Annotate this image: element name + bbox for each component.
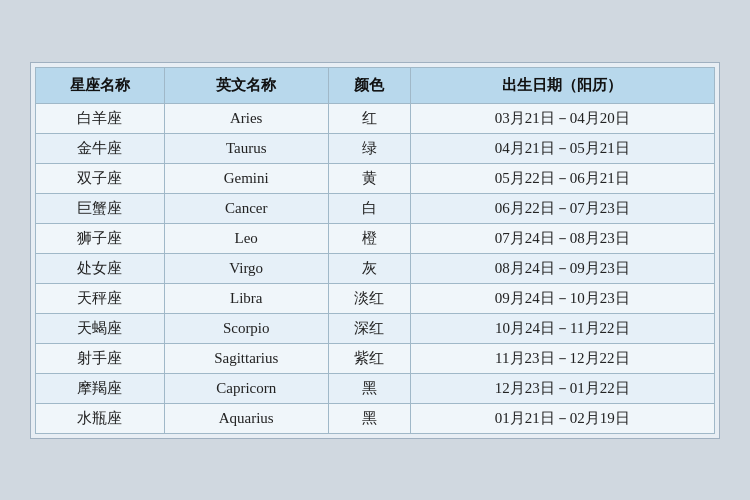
cell-color: 橙: [328, 223, 410, 253]
cell-dates: 08月24日－09月23日: [410, 253, 714, 283]
cell-chinese-name: 天秤座: [36, 283, 165, 313]
cell-dates: 10月24日－11月22日: [410, 313, 714, 343]
col-header-english: 英文名称: [164, 67, 328, 103]
cell-dates: 04月21日－05月21日: [410, 133, 714, 163]
cell-chinese-name: 巨蟹座: [36, 193, 165, 223]
table-row: 处女座Virgo灰08月24日－09月23日: [36, 253, 715, 283]
cell-dates: 01月21日－02月19日: [410, 403, 714, 433]
zodiac-table-container: 星座名称 英文名称 颜色 出生日期（阳历） 白羊座Aries红03月21日－04…: [30, 62, 720, 439]
cell-dates: 05月22日－06月21日: [410, 163, 714, 193]
cell-chinese-name: 水瓶座: [36, 403, 165, 433]
table-row: 金牛座Taurus绿04月21日－05月21日: [36, 133, 715, 163]
cell-dates: 12月23日－01月22日: [410, 373, 714, 403]
cell-dates: 11月23日－12月22日: [410, 343, 714, 373]
cell-chinese-name: 射手座: [36, 343, 165, 373]
col-header-chinese: 星座名称: [36, 67, 165, 103]
cell-color: 灰: [328, 253, 410, 283]
cell-english-name: Gemini: [164, 163, 328, 193]
table-row: 天秤座Libra淡红09月24日－10月23日: [36, 283, 715, 313]
col-header-color: 颜色: [328, 67, 410, 103]
cell-english-name: Virgo: [164, 253, 328, 283]
table-row: 狮子座Leo橙07月24日－08月23日: [36, 223, 715, 253]
col-header-dates: 出生日期（阳历）: [410, 67, 714, 103]
cell-dates: 07月24日－08月23日: [410, 223, 714, 253]
cell-color: 紫红: [328, 343, 410, 373]
cell-chinese-name: 狮子座: [36, 223, 165, 253]
cell-color: 黑: [328, 403, 410, 433]
cell-dates: 06月22日－07月23日: [410, 193, 714, 223]
zodiac-table: 星座名称 英文名称 颜色 出生日期（阳历） 白羊座Aries红03月21日－04…: [35, 67, 715, 434]
cell-color: 白: [328, 193, 410, 223]
cell-color: 红: [328, 103, 410, 133]
cell-color: 绿: [328, 133, 410, 163]
cell-chinese-name: 白羊座: [36, 103, 165, 133]
cell-dates: 09月24日－10月23日: [410, 283, 714, 313]
cell-color: 深红: [328, 313, 410, 343]
cell-english-name: Sagittarius: [164, 343, 328, 373]
table-row: 射手座Sagittarius紫红11月23日－12月22日: [36, 343, 715, 373]
cell-english-name: Taurus: [164, 133, 328, 163]
table-row: 白羊座Aries红03月21日－04月20日: [36, 103, 715, 133]
cell-english-name: Aquarius: [164, 403, 328, 433]
cell-english-name: Aries: [164, 103, 328, 133]
cell-english-name: Scorpio: [164, 313, 328, 343]
table-header-row: 星座名称 英文名称 颜色 出生日期（阳历）: [36, 67, 715, 103]
cell-chinese-name: 天蝎座: [36, 313, 165, 343]
cell-chinese-name: 摩羯座: [36, 373, 165, 403]
cell-english-name: Leo: [164, 223, 328, 253]
cell-english-name: Cancer: [164, 193, 328, 223]
cell-color: 黑: [328, 373, 410, 403]
cell-english-name: Capricorn: [164, 373, 328, 403]
table-row: 天蝎座Scorpio深红10月24日－11月22日: [36, 313, 715, 343]
cell-chinese-name: 金牛座: [36, 133, 165, 163]
cell-color: 黄: [328, 163, 410, 193]
cell-chinese-name: 处女座: [36, 253, 165, 283]
table-row: 双子座Gemini黄05月22日－06月21日: [36, 163, 715, 193]
cell-chinese-name: 双子座: [36, 163, 165, 193]
cell-dates: 03月21日－04月20日: [410, 103, 714, 133]
table-row: 巨蟹座Cancer白06月22日－07月23日: [36, 193, 715, 223]
table-row: 摩羯座Capricorn黑12月23日－01月22日: [36, 373, 715, 403]
cell-color: 淡红: [328, 283, 410, 313]
cell-english-name: Libra: [164, 283, 328, 313]
table-row: 水瓶座Aquarius黑01月21日－02月19日: [36, 403, 715, 433]
